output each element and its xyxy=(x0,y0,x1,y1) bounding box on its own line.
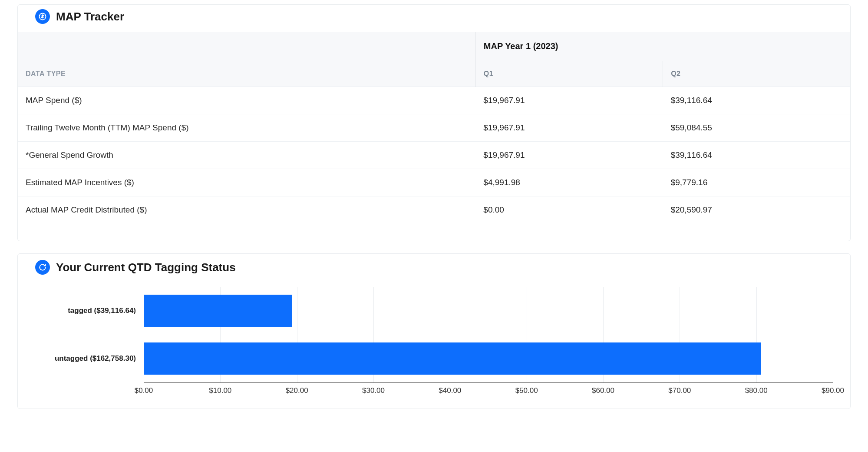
chart-bar-untagged xyxy=(144,342,761,375)
tagging-status-panel: Your Current QTD Tagging Status tagged (… xyxy=(17,253,851,409)
table-row: Trailing Twelve Month (TTM) MAP Spend ($… xyxy=(18,114,850,142)
row-label: Estimated MAP Incentives ($) xyxy=(18,169,475,196)
row-q1: $19,967.91 xyxy=(475,142,663,169)
chart-y-label: untagged ($162,758.30) xyxy=(35,335,144,382)
chart-x-tick: $30.00 xyxy=(362,386,385,395)
chart-y-label: tagged ($39,116.64) xyxy=(35,287,144,335)
chart-bar-tagged xyxy=(144,295,292,327)
map-tracker-panel: MAP Tracker MAP Year 1 (2023) DATA TYPE … xyxy=(17,4,851,241)
row-label: Trailing Twelve Month (TTM) MAP Spend ($… xyxy=(18,114,475,142)
tagging-status-title: Your Current QTD Tagging Status xyxy=(56,261,236,274)
row-q2: $20,590.97 xyxy=(663,196,850,224)
row-q2: $39,116.64 xyxy=(663,87,850,114)
row-q1: $4,991.98 xyxy=(475,169,663,196)
table-row: Actual MAP Credit Distributed ($) $0.00 … xyxy=(18,196,850,224)
row-q2: $9,779.16 xyxy=(663,169,850,196)
table-header-q1: Q1 xyxy=(475,61,663,87)
table-header-blank xyxy=(18,32,475,61)
row-q1: $19,967.91 xyxy=(475,87,663,114)
table-row: MAP Spend ($) $19,967.91 $39,116.64 xyxy=(18,87,850,114)
dollar-icon xyxy=(35,9,50,24)
chart-x-tick: $50.00 xyxy=(515,386,538,395)
chart-x-tick: $0.00 xyxy=(135,386,153,395)
tagging-status-header: Your Current QTD Tagging Status xyxy=(35,254,833,282)
row-label: MAP Spend ($) xyxy=(18,87,475,114)
table-header-datatype: DATA TYPE xyxy=(18,61,475,87)
chart-x-tick: $70.00 xyxy=(668,386,691,395)
row-q2: $59,084.55 xyxy=(663,114,850,142)
chart-plot xyxy=(144,287,833,382)
table-header-q2: Q2 xyxy=(663,61,850,87)
row-q1: $0.00 xyxy=(475,196,663,224)
row-label: *General Spend Growth xyxy=(18,142,475,169)
table-row: Estimated MAP Incentives ($) $4,991.98 $… xyxy=(18,169,850,196)
chart-x-tick: $20.00 xyxy=(286,386,308,395)
row-label: Actual MAP Credit Distributed ($) xyxy=(18,196,475,224)
row-q2: $39,116.64 xyxy=(663,142,850,169)
chart-x-tick: $80.00 xyxy=(745,386,768,395)
chart-x-tick: $90.00 xyxy=(822,386,844,395)
map-tracker-title: MAP Tracker xyxy=(56,10,124,23)
table-row: *General Spend Growth $19,967.91 $39,116… xyxy=(18,142,850,169)
map-tracker-header: MAP Tracker xyxy=(35,5,833,32)
chart-x-tick: $60.00 xyxy=(592,386,614,395)
chart-x-axis: $0.00$10.00$20.00$30.00$40.00$50.00$60.0… xyxy=(144,382,833,396)
chart-y-labels: tagged ($39,116.64) untagged ($162,758.3… xyxy=(35,287,144,382)
row-q1: $19,967.91 xyxy=(475,114,663,142)
table-header-year: MAP Year 1 (2023) xyxy=(475,32,850,61)
refresh-icon xyxy=(35,260,50,275)
map-tracker-table: MAP Year 1 (2023) DATA TYPE Q1 Q2 MAP Sp… xyxy=(18,32,850,223)
chart-x-tick: $10.00 xyxy=(209,386,231,395)
tagging-chart: tagged ($39,116.64) untagged ($162,758.3… xyxy=(18,282,850,409)
chart-x-tick: $40.00 xyxy=(439,386,461,395)
